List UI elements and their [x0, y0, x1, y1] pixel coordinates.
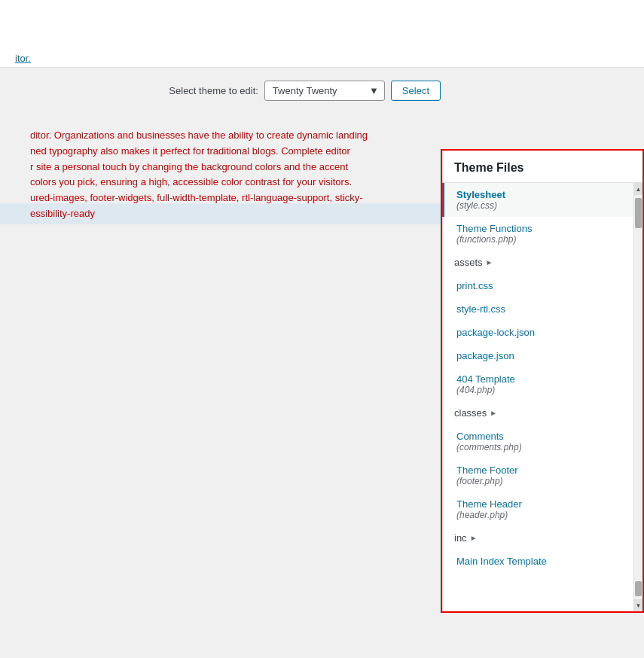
folder-name: assets	[454, 257, 483, 268]
description-text: ditor. Organizations and businesses have…	[30, 128, 426, 222]
file-item-sub: (functions.php)	[456, 234, 621, 245]
select-button[interactable]: Select	[391, 81, 441, 101]
file-item-name: package-lock.json	[456, 327, 621, 338]
folder-name: classes	[454, 407, 487, 419]
folder-arrow-icon: ►	[490, 409, 497, 417]
desc-line-2: ned typography also makes it perfect for…	[30, 145, 350, 157]
file-item[interactable]: package-lock.json	[442, 321, 633, 344]
file-item[interactable]: style-rtl.css	[442, 297, 633, 321]
file-item[interactable]: package.json	[442, 344, 633, 367]
file-item[interactable]: Theme Functions(functions.php)	[442, 217, 633, 251]
scroll-down-arrow[interactable]: ▼	[634, 599, 642, 611]
file-item-name: Comments	[456, 431, 621, 442]
file-item-sub: (style.css)	[456, 200, 621, 211]
file-item-name: 404 Template	[456, 373, 621, 385]
file-item[interactable]: Stylesheet(style.css)	[442, 183, 633, 217]
file-item-name: Theme Functions	[456, 223, 621, 234]
file-item[interactable]: 404 Template(404.php)	[442, 367, 633, 401]
file-item[interactable]: Theme Header(header.php)	[442, 492, 633, 526]
file-item-name: Theme Header	[456, 498, 621, 510]
folder-item[interactable]: assets ►	[442, 251, 633, 274]
main-content: Select theme to edit: Twenty Twenty ▼ Se…	[0, 68, 644, 658]
file-item-sub: (404.php)	[456, 385, 621, 395]
folder-arrow-icon: ►	[486, 258, 493, 267]
desc-line-5: ured-images, footer-widgets, full-width-…	[30, 192, 362, 203]
file-item[interactable]: Comments(comments.php)	[442, 425, 633, 458]
file-item-sub: (header.php)	[456, 510, 621, 520]
panel-header: Theme Files	[442, 151, 642, 183]
desc-line-4: colors you pick, ensuring a high, access…	[30, 176, 352, 187]
top-bar	[0, 0, 644, 68]
panel-body: Stylesheet(style.css)Theme Functions(fun…	[442, 183, 642, 611]
scrollbar[interactable]: ▲ ▼	[633, 183, 642, 611]
file-item-name: Main Index Template	[456, 556, 621, 567]
file-item-name: Theme Footer	[456, 465, 621, 476]
file-item[interactable]: Theme Footer(footer.php)	[442, 458, 633, 492]
file-item-name: print.css	[456, 280, 621, 291]
scrollbar-thumb-bottom	[635, 581, 642, 596]
scroll-up-arrow[interactable]: ▲	[634, 183, 642, 195]
file-item-name: style-rtl.css	[456, 303, 621, 315]
file-item-name: package.json	[456, 350, 621, 361]
file-item[interactable]: print.css	[442, 274, 633, 297]
panel-title: Theme Files	[454, 161, 523, 174]
desc-line-3: r site a personal touch by changing the …	[30, 161, 348, 172]
folder-name: inc	[454, 532, 467, 544]
select-theme-label: Select theme to edit:	[169, 85, 258, 96]
scrollbar-thumb-top	[635, 198, 642, 228]
file-item-name: Stylesheet	[456, 189, 621, 200]
scrollbar-track	[634, 195, 642, 599]
theme-select[interactable]: Twenty Twenty	[264, 81, 385, 101]
file-item-sub: (comments.php)	[456, 442, 621, 452]
folder-arrow-icon: ►	[470, 534, 478, 542]
select-theme-bar: Select theme to edit: Twenty Twenty ▼ Se…	[0, 68, 644, 113]
description-area: ditor. Organizations and businesses have…	[15, 113, 441, 658]
editor-link[interactable]: itor.	[15, 53, 31, 64]
desc-line-1: ditor. Organizations and businesses have…	[30, 129, 368, 141]
folder-item[interactable]: classes ►	[442, 401, 633, 425]
theme-files-panel: Theme Files Stylesheet(style.css)Theme F…	[441, 149, 644, 613]
file-item[interactable]: Main Index Template	[442, 550, 633, 573]
file-list: Stylesheet(style.css)Theme Functions(fun…	[442, 183, 633, 611]
folder-item[interactable]: inc ►	[442, 526, 633, 550]
theme-select-wrapper: Twenty Twenty ▼	[264, 81, 385, 101]
file-item-sub: (footer.php)	[456, 476, 621, 486]
desc-line-6: essibility-ready	[30, 208, 95, 219]
